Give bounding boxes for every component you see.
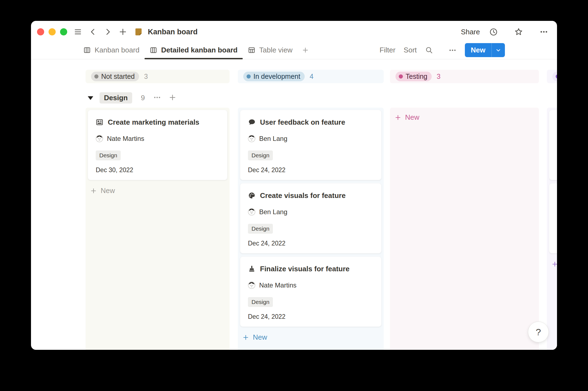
new-button-label[interactable]: New (465, 43, 491, 57)
new-tab-icon[interactable] (119, 28, 127, 36)
column-header[interactable]: Testing 3 (390, 70, 539, 83)
new-button[interactable]: New (465, 43, 505, 57)
tag-design: Design (96, 150, 121, 160)
column-header[interactable] (547, 70, 557, 83)
column-header[interactable]: Not started 3 (86, 70, 230, 83)
status-label: Not started (101, 72, 135, 80)
help-button[interactable]: ? (528, 322, 549, 342)
share-button[interactable]: Share (461, 28, 480, 36)
card-title: Finalize visuals for feature (260, 265, 350, 273)
tag-design: Design (248, 297, 273, 307)
page-title: Kanban board (134, 27, 198, 36)
status-pill-testing: Testing (395, 72, 432, 81)
tab-label: Table view (259, 46, 292, 54)
new-button-dropdown[interactable] (491, 43, 505, 57)
view-tabs: Kanban board Detailed kanban board Table… (31, 41, 313, 59)
assignee-name: Ben Lang (259, 208, 287, 216)
status-dot (399, 74, 403, 79)
forward-icon[interactable] (104, 28, 112, 36)
add-view-icon[interactable] (298, 41, 313, 59)
new-card-button[interactable]: New (548, 256, 557, 272)
status-label: Testing (406, 72, 427, 80)
tab-kanban-board[interactable]: Kanban board (78, 41, 145, 59)
card-clipped-1[interactable]: Design Dec 24, 2022 (549, 110, 557, 180)
column-count: 4 (310, 72, 313, 80)
column-count: 3 (144, 72, 148, 80)
help-button-label: ? (536, 327, 541, 337)
title-bar-actions: Share (461, 27, 548, 36)
status-pill-not-started: Not started (91, 72, 139, 81)
assignee-name: Nate Martins (107, 135, 144, 143)
assignee-name: Ben Lang (259, 135, 287, 143)
column-body: Create marketing materials Nate Martins … (86, 108, 230, 350)
back-icon[interactable] (89, 28, 97, 36)
column-testing: Testing 3 New (390, 70, 539, 350)
zoom-button[interactable] (60, 28, 67, 35)
tab-label: Detailed kanban board (161, 46, 238, 54)
card-create-marketing-materials[interactable]: Create marketing materials Nate Martins … (88, 110, 227, 180)
favorite-star-icon[interactable] (514, 27, 523, 36)
filter-button[interactable]: Filter (380, 46, 395, 54)
card-title: Create visuals for feature (260, 191, 346, 200)
avatar-ben-lang (248, 208, 255, 216)
minimize-button[interactable] (49, 28, 56, 35)
status-pill-clipped (552, 72, 557, 81)
newspaper-icon (96, 118, 103, 126)
speech-bubble-icon (248, 118, 256, 126)
new-card-label: New (405, 113, 419, 122)
more-options-icon[interactable] (539, 27, 548, 36)
due-date: Dec 24, 2022 (248, 313, 374, 320)
card-clipped-2[interactable]: Design Dec 24, 2022 (549, 183, 557, 253)
status-label: In development (253, 72, 300, 80)
page-title-text: Kanban board (148, 28, 198, 36)
card-title: Create marketing materials (108, 118, 199, 127)
column-clipped: Design Dec 24, 2022 (547, 70, 557, 350)
title-bar: Kanban board Share (31, 21, 557, 41)
card-title: User feedback on feature (260, 118, 345, 127)
palette-icon (248, 192, 256, 199)
avatar-ben-lang (248, 135, 255, 142)
view-options-icon[interactable] (448, 46, 457, 54)
tag-design: Design (248, 150, 273, 160)
status-dot (556, 74, 557, 79)
tab-label: Kanban board (95, 46, 139, 54)
traffic-lights (37, 28, 67, 35)
history-clock-icon[interactable] (489, 28, 498, 36)
new-card-label: New (101, 186, 115, 195)
search-icon[interactable] (425, 46, 433, 54)
brush-icon (248, 265, 256, 273)
due-date: Dec 24, 2022 (248, 240, 374, 247)
column-count: 3 (437, 72, 440, 80)
avatar-nate-martins (96, 135, 103, 142)
view-tab-bar: Kanban board Detailed kanban board Table… (31, 41, 557, 59)
sidebar-menu-icon[interactable] (74, 28, 82, 36)
column-body: User feedback on feature Ben Lang Design… (238, 108, 384, 350)
close-button[interactable] (37, 28, 44, 35)
card-user-feedback-on-feature[interactable]: User feedback on feature Ben Lang Design… (240, 110, 381, 180)
tab-detailed-kanban-board[interactable]: Detailed kanban board (145, 41, 243, 59)
sort-button[interactable]: Sort (404, 46, 417, 54)
view-controls: Filter Sort New (380, 41, 505, 59)
column-header[interactable]: In development 4 (238, 70, 384, 83)
card-create-visuals-for-feature[interactable]: Create visuals for feature Ben Lang Desi… (240, 183, 381, 253)
due-date: Dec 24, 2022 (248, 166, 374, 174)
status-pill-in-development: In development (243, 72, 305, 81)
app-window: Kanban board Share (31, 21, 557, 350)
tab-table-view[interactable]: Table view (243, 41, 298, 59)
board-view-icon (150, 46, 157, 54)
new-card-button[interactable]: New (239, 330, 383, 345)
new-card-button[interactable]: New (391, 110, 538, 125)
new-card-button[interactable]: New (87, 183, 228, 198)
board-view-icon (83, 46, 91, 54)
screen: Kanban board Share (0, 0, 588, 391)
table-view-icon (248, 46, 255, 54)
column-body: Design Dec 24, 2022 (547, 108, 557, 350)
tag-design: Design (248, 224, 273, 234)
assignee-name: Nate Martins (259, 281, 296, 289)
column-in-development: In development 4 User feedback on featur… (238, 70, 384, 350)
status-dot (94, 74, 98, 79)
kanban-board: Design 9 Not started (31, 59, 557, 350)
status-dot (247, 74, 251, 79)
card-finalize-visuals-for-feature[interactable]: Finalize visuals for feature Nate Martin… (240, 256, 381, 327)
due-date: Dec 30, 2022 (96, 166, 219, 174)
